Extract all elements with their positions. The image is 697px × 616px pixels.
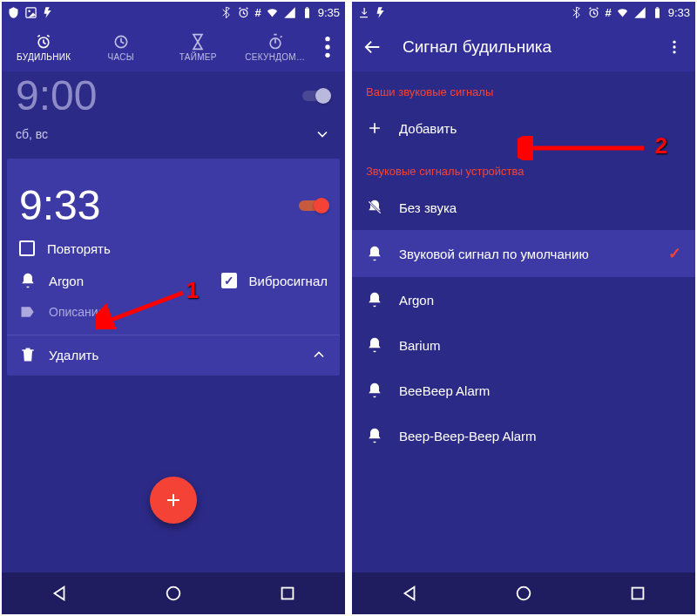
svg-rect-16 [655, 8, 660, 17]
alarm-time-1[interactable]: 9:00 [16, 75, 97, 117]
sound-item-silent[interactable]: Без звука [352, 185, 695, 230]
svg-rect-4 [306, 7, 308, 8]
bell-icon [366, 427, 383, 444]
battery-icon [651, 6, 664, 19]
page-title: Сигнал будильника [403, 37, 648, 57]
menu-more[interactable] [314, 33, 342, 61]
plus-icon [366, 119, 383, 137]
bell-off-icon [366, 199, 383, 216]
svg-line-12 [105, 293, 183, 322]
repeat-row[interactable]: Повторять [19, 240, 328, 256]
status-bar-r: # 9:33 [352, 2, 695, 23]
repeat-checkbox[interactable] [19, 240, 35, 256]
fab-add-alarm[interactable] [150, 477, 197, 524]
status-bar: # 9:35 [2, 2, 345, 23]
chevron-up-icon[interactable] [310, 346, 328, 363]
tab-stopwatch[interactable]: СЕКУНДОМ… [237, 33, 315, 62]
battery-icon [301, 6, 314, 19]
sound-row[interactable]: Argon [19, 272, 84, 289]
tab-alarm-label: БУДИЛЬНИК [17, 52, 71, 62]
flash-icon [42, 6, 55, 19]
back-button[interactable] [355, 30, 390, 64]
sound-label: Argon [49, 274, 84, 288]
svg-point-13 [167, 587, 180, 600]
nav-home[interactable] [164, 584, 183, 603]
nav-recent[interactable] [278, 584, 297, 603]
nav-back[interactable] [400, 584, 419, 603]
phone-right: # 9:33 Сигнал будильника Ваши звуковые с… [352, 2, 695, 614]
sound-item-beepbeepbeep[interactable]: Beep-Beep-Beep Alarm [352, 413, 695, 458]
alarm-icon [587, 6, 600, 19]
svg-point-25 [518, 587, 531, 600]
nav-home[interactable] [514, 584, 533, 603]
sound-label-1: Звуковой сигнал по умолчанию [399, 247, 589, 261]
alarm-icon [237, 6, 250, 19]
app-bar: Сигнал будильника [352, 23, 695, 71]
tab-timer[interactable]: ТАЙМЕР [159, 33, 237, 62]
sound-item-default[interactable]: Звуковой сигнал по умолчанию ✓ [352, 230, 695, 277]
chevron-down-icon[interactable] [314, 125, 331, 143]
alarm-toggle-1[interactable] [300, 87, 331, 105]
alarm-toggle-2[interactable] [296, 197, 328, 214]
sound-item-argon[interactable]: Argon [352, 277, 695, 322]
annotation-num-2: 2 [655, 132, 667, 159]
svg-point-8 [325, 37, 329, 41]
status-time: 9:35 [318, 6, 340, 19]
vibrate-row[interactable]: Вибросигнал [221, 273, 328, 288]
tab-bar: БУДИЛЬНИК ЧАСЫ ТАЙМЕР СЕКУНДОМ… [2, 23, 345, 71]
svg-point-9 [325, 44, 329, 49]
download-icon [357, 6, 370, 19]
svg-rect-17 [656, 7, 659, 8]
add-label: Добавить [399, 121, 457, 136]
svg-rect-26 [633, 588, 644, 599]
sound-item-barium[interactable]: Barium [352, 322, 695, 368]
sound-label-4: BeeBeep Alarm [399, 383, 490, 398]
section-user-sounds: Ваши звуковые сигналы [352, 71, 695, 105]
alarm-expanded: 9:33 Повторять Argon Вибросигнал [7, 159, 340, 376]
tab-alarm[interactable]: БУДИЛЬНИК [5, 33, 83, 62]
annotation-arrow-1: 1 [96, 286, 192, 329]
bell-icon [366, 336, 383, 354]
flash-icon [375, 6, 388, 19]
divider [7, 335, 340, 335]
check-icon: ✓ [668, 244, 681, 263]
signal-icon [283, 6, 296, 19]
svg-point-1 [28, 10, 30, 12]
menu-more-r[interactable] [660, 30, 688, 64]
delete-label: Удалить [49, 348, 98, 362]
hash-icon: # [254, 6, 261, 19]
svg-point-18 [673, 41, 675, 44]
trash-icon [19, 346, 37, 363]
annotation-arrow-2: 2 [518, 136, 648, 160]
alarm-days-1: сб, вс [16, 127, 48, 141]
bell-icon [19, 272, 37, 289]
sound-label-5: Beep-Beep-Beep Alarm [399, 429, 537, 443]
bell-icon [366, 291, 383, 308]
bell-icon [366, 382, 383, 399]
phone-left: # 9:35 БУДИЛЬНИК ЧАСЫ ТАЙМЕР СЕКУНДОМ… [2, 2, 345, 614]
tab-clock-label: ЧАСЫ [108, 52, 134, 62]
delete-button[interactable]: Удалить [19, 346, 98, 363]
svg-point-20 [673, 51, 675, 53]
nav-bar-r [352, 572, 695, 614]
svg-point-10 [325, 53, 329, 58]
tab-stopwatch-label: СЕКУНДОМ… [245, 52, 305, 62]
vibrate-checkbox[interactable] [221, 273, 237, 288]
bluetooth-icon [570, 6, 583, 19]
alarm-collapsed[interactable]: 9:00 сб, вс [2, 71, 345, 152]
wifi-icon [266, 6, 279, 19]
shield-icon [7, 6, 20, 19]
bell-icon [366, 245, 383, 262]
signal-icon [633, 6, 646, 19]
sound-label-3: Barium [399, 338, 441, 353]
label-icon [19, 303, 37, 321]
hash-icon: # [605, 6, 611, 19]
annotation-num-1: 1 [186, 277, 199, 304]
alarm-time-2[interactable]: 9:33 [19, 185, 100, 227]
sound-item-beebeep[interactable]: BeeBeep Alarm [352, 368, 695, 413]
svg-point-19 [673, 45, 675, 48]
tab-clock[interactable]: ЧАСЫ [83, 33, 160, 62]
nav-recent[interactable] [628, 584, 647, 603]
nav-back[interactable] [50, 584, 69, 603]
svg-rect-14 [282, 588, 294, 599]
